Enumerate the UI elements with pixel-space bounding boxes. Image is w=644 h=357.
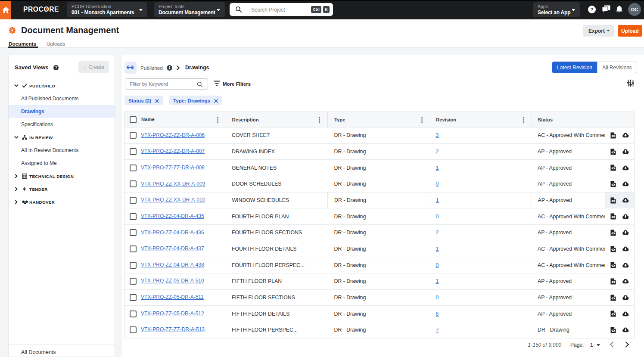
svg-text:?: ? — [590, 7, 593, 12]
svg-text:?: ? — [55, 65, 57, 70]
